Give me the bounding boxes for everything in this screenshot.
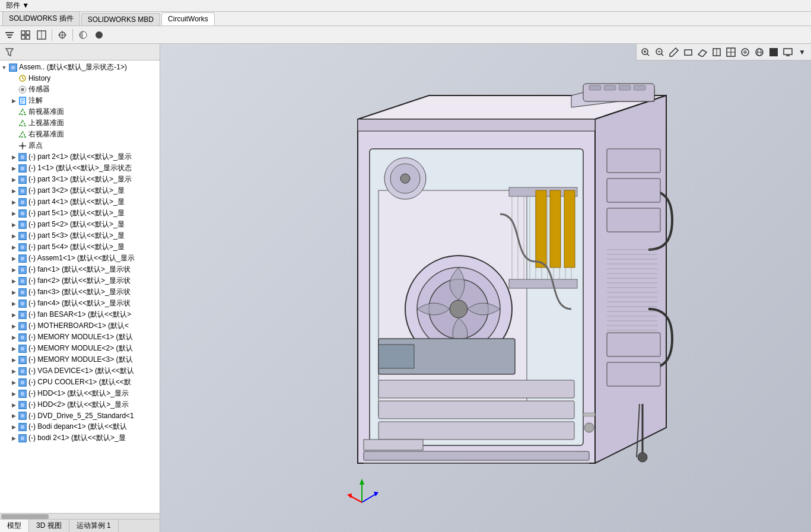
left-filter-btn[interactable]	[2, 45, 17, 59]
globe-btn[interactable]	[753, 46, 766, 59]
history-expand[interactable]	[9, 74, 18, 82]
zoom-out-btn[interactable]	[653, 46, 666, 59]
view-orient-btn[interactable]	[724, 46, 737, 59]
tree-item-part-1[interactable]: ▶ (-) 1<1> (默认<<默认>_显示状态	[0, 163, 160, 174]
part-expand-1[interactable]: ▶	[9, 164, 18, 173]
part-expand-3[interactable]: ▶	[9, 187, 18, 195]
tree-item-origin[interactable]: 原点	[0, 140, 160, 151]
part-expand-2[interactable]: ▶	[9, 176, 18, 184]
tree-item-part-11[interactable]: ▶ (-) fan<2> (默认<<默认>_显示状	[0, 275, 160, 286]
tab-solidworks-plugins[interactable]: SOLIDWORKS 插件	[2, 11, 80, 26]
sensor-expand[interactable]	[9, 85, 18, 94]
right-expand[interactable]	[9, 130, 18, 139]
tree-item-part-9[interactable]: ▶ (-) Assem1<1> (默认<<默认_显示	[0, 253, 160, 264]
part-expand-9[interactable]: ▶	[9, 254, 18, 263]
tree-item-part-13[interactable]: ▶ (-) fan<4> (默认<<默认>_显示状	[0, 298, 160, 309]
tree-item-part-5[interactable]: ▶ (-) part 5<1> (默认<<默认>_显	[0, 208, 160, 219]
tree-item-part-14[interactable]: ▶ (-) fan BESAR<1> (默认<<默认>	[0, 309, 160, 320]
section-btn[interactable]	[710, 46, 723, 59]
tree-item-part-19[interactable]: ▶ (-) VGA DEVICE<1> (默认<<默认	[0, 365, 160, 377]
pencil-btn[interactable]	[667, 46, 680, 59]
appearance-btn[interactable]	[76, 28, 90, 42]
part-expand-6[interactable]: ▶	[9, 221, 18, 229]
tree-container[interactable]: ▼ Assem.. (默认<默认_显示状态-1>) History	[0, 60, 160, 513]
part-expand-4[interactable]: ▶	[9, 198, 18, 206]
tree-item-part-18[interactable]: ▶ (-) MEMORY MODULE<3> (默认	[0, 354, 160, 365]
part-expand-22[interactable]: ▶	[9, 401, 18, 409]
tree-item-part-7[interactable]: ▶ (-) part 5<3> (默认<<默认>_显	[0, 230, 160, 241]
dropdown-btn[interactable]: ▼	[796, 46, 809, 59]
tree-item-part-17[interactable]: ▶ (-) MEMORY MODULE<2> (默认	[0, 343, 160, 354]
part-expand-18[interactable]: ▶	[9, 356, 18, 364]
part-expand-5[interactable]: ▶	[9, 209, 18, 218]
viewport[interactable]: ▼	[160, 44, 811, 532]
tree-item-part-10[interactable]: ▶ (-) fan<1> (默认<<默认>_显示状	[0, 264, 160, 275]
part-expand-8[interactable]: ▶	[9, 243, 18, 251]
annotation-expand[interactable]: ▶	[9, 97, 18, 105]
grid-btn[interactable]	[18, 28, 33, 42]
part-expand-11[interactable]: ▶	[9, 277, 18, 285]
part-expand-23[interactable]: ▶	[9, 412, 18, 420]
top-expand[interactable]	[9, 119, 18, 128]
zoom-in-btn[interactable]	[639, 46, 652, 59]
part-expand-20[interactable]: ▶	[9, 378, 18, 387]
tree-item-history[interactable]: History	[0, 73, 160, 84]
tree-item-part-16[interactable]: ▶ (-) MEMORY MODULE<1> (默认	[0, 332, 160, 343]
part-expand-24[interactable]: ▶	[9, 423, 18, 431]
tab-3d-view[interactable]: 3D 视图	[29, 520, 69, 532]
tree-item-part-22[interactable]: ▶ (-) HDD<2> (默认<<默认>_显示	[0, 399, 160, 410]
tree-item-part-2[interactable]: ▶ (-) part 3<1> (默认<<默认>_显示	[0, 174, 160, 185]
part-expand-19[interactable]: ▶	[9, 367, 18, 375]
part-expand-14[interactable]: ▶	[9, 311, 18, 319]
tree-item-right-plane[interactable]: 右视基准面	[0, 129, 160, 140]
part-expand-12[interactable]: ▶	[9, 288, 18, 297]
tree-item-part-8[interactable]: ▶ (-) part 5<4> (默认<<默认>_显	[0, 241, 160, 253]
root-expand-icon[interactable]: ▼	[0, 63, 8, 72]
tree-item-part-0[interactable]: ▶ (-) part 2<1> (默认<<默认>_显示	[0, 151, 160, 163]
tab-circuitworks[interactable]: CircuitWorks	[161, 12, 215, 26]
eraser-btn[interactable]	[92, 28, 106, 42]
svg-point-97	[743, 50, 747, 54]
tree-item-part-12[interactable]: ▶ (-) fan<3> (默认<<默认>_显示状	[0, 286, 160, 298]
lighting-btn[interactable]	[767, 46, 780, 59]
part-expand-25[interactable]: ▶	[9, 434, 18, 442]
tree-item-part-24[interactable]: ▶ (-) Bodi depan<1> (默认<<默认	[0, 421, 160, 432]
part-expand-7[interactable]: ▶	[9, 232, 18, 240]
tree-item-part-20[interactable]: ▶ (-) CPU COOLER<1> (默认<<默	[0, 377, 160, 388]
tree-item-part-15[interactable]: ▶ (-) MOTHERBOARD<1> (默认<	[0, 320, 160, 332]
h-scrollbar[interactable]	[0, 513, 160, 519]
h-scrollbar-thumb[interactable]	[1, 514, 49, 519]
filter-btn[interactable]	[2, 28, 17, 42]
tree-item-part-6[interactable]: ▶ (-) part 5<2> (默认<<默认>_显	[0, 219, 160, 230]
part-expand-13[interactable]: ▶	[9, 300, 18, 308]
part-expand-21[interactable]: ▶	[9, 390, 18, 398]
tree-item-part-23[interactable]: ▶ (-) DVD_Drive_5_25_Standard<1	[0, 410, 160, 421]
menu-item-parts[interactable]: 部件 ▼	[2, 0, 33, 11]
monitor-btn[interactable]	[781, 46, 794, 59]
plane-view-btn[interactable]	[696, 46, 709, 59]
part-expand-16[interactable]: ▶	[9, 333, 18, 342]
tree-item-part-4[interactable]: ▶ (-) part 4<1> (默认<<默认>_显	[0, 196, 160, 208]
tree-item-part-21[interactable]: ▶ (-) HDD<1> (默认<<默认>_显示	[0, 388, 160, 399]
tab-model[interactable]: 模型	[0, 520, 29, 532]
display-mode-btn[interactable]	[739, 46, 752, 59]
part-expand-10[interactable]: ▶	[9, 266, 18, 274]
part-expand-15[interactable]: ▶	[9, 322, 18, 330]
tree-item-annotation[interactable]: ▶ 注解	[0, 95, 160, 106]
view-toggle-btn[interactable]	[34, 28, 49, 42]
tree-item-part-3[interactable]: ▶ (-) part 3<2> (默认<<默认>_显	[0, 185, 160, 196]
part-items-container: ▶ (-) part 2<1> (默认<<默认>_显示 ▶ (-) 1<1> (…	[0, 151, 160, 444]
rect-btn[interactable]	[682, 46, 695, 59]
tree-root-item[interactable]: ▼ Assem.. (默认<默认_显示状态-1>)	[0, 62, 160, 73]
part-expand-0[interactable]: ▶	[9, 153, 18, 161]
tree-item-sensor[interactable]: 传感器	[0, 84, 160, 95]
tree-item-part-25[interactable]: ▶ (-) bodi 2<1> (默认<<默认>_显	[0, 432, 160, 444]
tab-motion[interactable]: 运动算例 1	[69, 520, 119, 532]
origin-expand[interactable]	[9, 142, 18, 150]
crosshair-btn[interactable]	[55, 28, 69, 42]
tab-solidworks-mbd[interactable]: SOLIDWORKS MBD	[81, 13, 160, 26]
front-expand[interactable]	[9, 108, 18, 116]
tree-item-front-plane[interactable]: 前视基准面	[0, 106, 160, 117]
tree-item-top-plane[interactable]: 上视基准面	[0, 117, 160, 129]
part-expand-17[interactable]: ▶	[9, 345, 18, 353]
